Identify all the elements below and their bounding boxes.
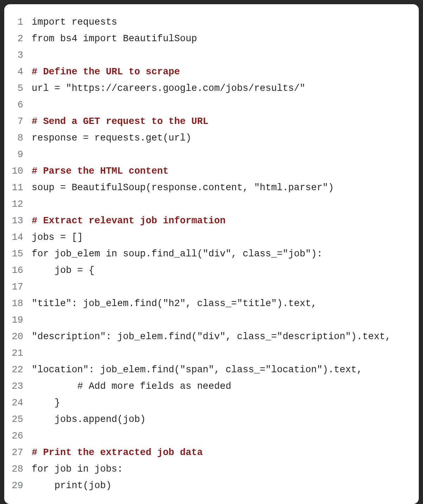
line-content: "location": job_elem.find("span", class_… [32,362,408,378]
code-line: 19 [11,312,408,329]
code-line: 26 [11,428,408,444]
code-line: 13# Extract relevant job information [11,213,408,229]
code-line: 1import requests [11,14,408,31]
code-segment: # Extract relevant job information [32,216,226,226]
code-line: 5url = "https://careers.google.com/jobs/… [11,80,408,97]
code-segment: url = "https://careers.google.com/jobs/r… [32,83,305,94]
code-segment: jobs.append(job) [32,414,146,425]
line-content: jobs = [] [32,229,408,246]
code-line: 2from bs4 import BeautifulSoup [11,31,408,47]
code-line: 20"description": job_elem.find("div", cl… [11,329,408,345]
line-number: 18 [11,295,32,312]
line-number: 16 [11,262,32,279]
line-number: 1 [11,14,32,31]
line-number: 21 [11,345,32,362]
line-content: "description": job_elem.find("div", clas… [32,329,408,345]
line-content: response = requests.get(url) [32,130,408,147]
code-line: 25 jobs.append(job) [11,411,408,428]
code-segment: job = { [32,265,94,276]
code-line: 29 print(job) [11,478,408,494]
code-line: 23 # Add more fields as needed [11,378,408,395]
line-content: # Parse the HTML content [32,163,408,180]
line-content: # Print the extracted job data [32,444,408,461]
line-number: 3 [11,47,32,64]
code-line: 3 [11,47,408,64]
line-number: 28 [11,461,32,478]
code-line: 17 [11,279,408,295]
code-line: 7# Send a GET request to the URL [11,113,408,130]
line-number: 2 [11,31,32,47]
line-number: 13 [11,213,32,229]
code-segment: for job in jobs: [32,464,123,474]
code-segment: for job_elem in soup.find_all("div", cla… [32,249,322,259]
line-content: for job_elem in soup.find_all("div", cla… [32,246,408,262]
line-number: 10 [11,163,32,180]
line-number: 20 [11,329,32,345]
line-number: 14 [11,229,32,246]
code-line: 8response = requests.get(url) [11,130,408,147]
line-content: from bs4 import BeautifulSoup [32,31,408,47]
code-line: 9 [11,147,408,163]
code-line: 16 job = { [11,262,408,279]
line-number: 29 [11,478,32,494]
line-content: soup = BeautifulSoup(response.content, "… [32,180,408,196]
code-segment: # Print the extracted job data [32,447,203,458]
code-container: 1import requests2from bs4 import Beautif… [11,14,408,494]
code-line: 6 [11,97,408,113]
line-content: url = "https://careers.google.com/jobs/r… [32,80,408,97]
code-line: 28for job in jobs: [11,461,408,478]
code-segment: soup = BeautifulSoup(response.content, "… [32,182,334,193]
code-line: 24 } [11,395,408,411]
code-segment: "title": job_elem.find("h2", class_="tit… [32,298,317,309]
line-number: 25 [11,411,32,428]
line-number: 24 [11,395,32,411]
line-number: 5 [11,80,32,97]
line-content: # Send a GET request to the URL [32,113,408,130]
code-line: 22"location": job_elem.find("span", clas… [11,362,408,378]
line-content: # Define the URL to scrape [32,64,408,80]
code-segment: # Parse the HTML content [32,166,169,176]
line-number: 22 [11,362,32,378]
line-number: 11 [11,180,32,196]
line-number: 23 [11,378,32,395]
code-line: 10# Parse the HTML content [11,163,408,180]
line-content: import requests [32,14,408,31]
line-content: job = { [32,262,408,279]
line-content: for job in jobs: [32,461,408,478]
code-segment: response = requests.get(url) [32,133,191,143]
code-segment: from bs4 import BeautifulSoup [32,33,197,44]
code-line: 12 [11,196,408,213]
code-line: 11soup = BeautifulSoup(response.content,… [11,180,408,196]
code-segment: "location": job_elem.find("span", class_… [32,365,362,375]
code-segment: # Define the URL to scrape [32,67,180,77]
line-number: 4 [11,64,32,80]
line-number: 9 [11,147,32,163]
code-segment: jobs = [] [32,232,83,243]
line-number: 6 [11,97,32,113]
code-line: 27# Print the extracted job data [11,444,408,461]
code-segment: # Send a GET request to the URL [32,116,208,127]
code-block: 1import requests2from bs4 import Beautif… [4,4,419,504]
code-segment: print(job) [32,480,112,491]
line-number: 12 [11,196,32,213]
line-content: "title": job_elem.find("h2", class_="tit… [32,295,408,312]
code-segment: # Add more fields as needed [32,381,231,392]
line-number: 7 [11,113,32,130]
line-content: jobs.append(job) [32,411,408,428]
code-segment: } [32,398,60,408]
code-segment: "description": job_elem.find("div", clas… [32,331,391,342]
line-number: 27 [11,444,32,461]
code-line: 15for job_elem in soup.find_all("div", c… [11,246,408,262]
code-line: 4# Define the URL to scrape [11,64,408,80]
line-number: 15 [11,246,32,262]
line-number: 17 [11,279,32,295]
line-number: 8 [11,130,32,147]
line-number: 19 [11,312,32,329]
code-line: 21 [11,345,408,362]
line-content: # Extract relevant job information [32,213,408,229]
line-content: } [32,395,408,411]
code-line: 14jobs = [] [11,229,408,246]
code-segment: import requests [32,17,117,27]
line-content: print(job) [32,478,408,494]
line-content: # Add more fields as needed [32,378,408,395]
